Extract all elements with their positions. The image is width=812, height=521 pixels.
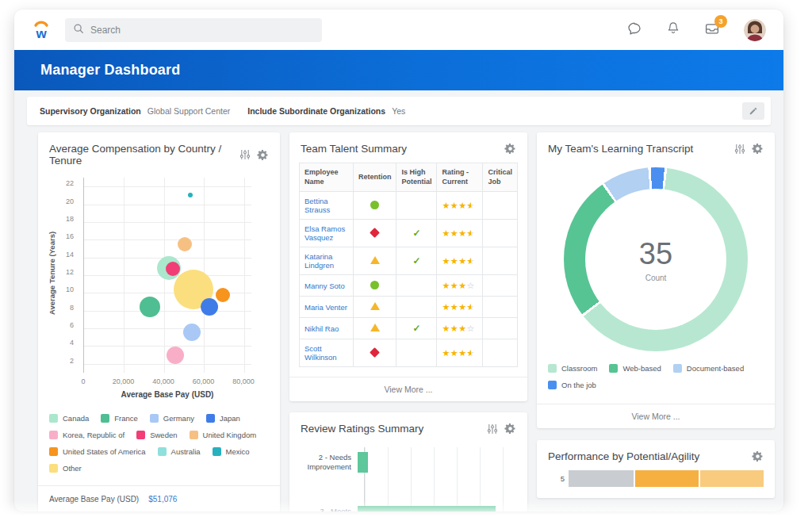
profile-avatar[interactable] bbox=[744, 19, 766, 41]
gear-icon[interactable] bbox=[752, 450, 764, 462]
legend-swatch bbox=[609, 364, 618, 373]
employee-name-link[interactable]: Maria Venter bbox=[304, 303, 347, 312]
employee-name-cell: Scott Wilkinson bbox=[300, 339, 354, 367]
critical-job-cell bbox=[483, 318, 518, 339]
inbox-tray-icon[interactable]: 3 bbox=[704, 21, 720, 40]
star-rating: ★★★★★ bbox=[442, 256, 475, 266]
chart-filter-sliders-icon[interactable] bbox=[239, 149, 251, 160]
star-full-icon: ★ bbox=[442, 281, 450, 290]
legend-swatch bbox=[101, 414, 109, 423]
gear-icon[interactable] bbox=[752, 143, 764, 155]
gear-icon[interactable] bbox=[257, 149, 269, 161]
bubble-france[interactable] bbox=[140, 297, 160, 317]
page-banner: Manager Dashboard bbox=[14, 50, 783, 90]
star-half-fill: ★ bbox=[467, 228, 471, 239]
circle-green-icon bbox=[370, 281, 379, 289]
legend-swatch bbox=[150, 414, 159, 423]
retention-cell bbox=[353, 192, 396, 220]
stat-value[interactable]: $51,076 bbox=[148, 495, 177, 504]
rating-cell: ★★★★★ bbox=[437, 297, 483, 318]
triangle-yellow-icon bbox=[370, 302, 380, 310]
legend-label: Web-based bbox=[622, 364, 661, 373]
table-row: Elsa Ramos Vasquez✓★★★★★ bbox=[300, 220, 518, 247]
star-full-icon: ★ bbox=[458, 201, 466, 210]
chat-icon[interactable] bbox=[626, 21, 642, 40]
bubble-sweden[interactable] bbox=[166, 262, 180, 276]
card-team-talent-summary: Team Talent Summary Employee NameRetenti… bbox=[289, 132, 527, 401]
h-gridline bbox=[84, 311, 251, 312]
review-bar[interactable] bbox=[358, 506, 496, 511]
star-half-fill: ★ bbox=[467, 201, 471, 211]
legend-swatch bbox=[548, 381, 557, 389]
bubble-mexico[interactable] bbox=[188, 193, 193, 197]
learning-view-more[interactable]: View More ... bbox=[537, 404, 775, 428]
employee-name-link[interactable]: Scott Wilkinson bbox=[304, 344, 337, 362]
gear-icon[interactable] bbox=[504, 423, 516, 435]
x-tick-label: 20,000 bbox=[103, 377, 143, 385]
search-input[interactable] bbox=[90, 25, 314, 36]
employee-name-cell: Maria Venter bbox=[300, 297, 354, 318]
review-bar[interactable] bbox=[358, 452, 368, 473]
star-full-icon: ★ bbox=[450, 302, 458, 312]
checkmark-icon: ✓ bbox=[412, 228, 420, 239]
filter-value-include-subordinate: Yes bbox=[392, 106, 405, 116]
y-tick-label: 8 bbox=[70, 304, 74, 312]
employee-name-cell: Katarina Lindgren bbox=[300, 247, 354, 275]
y-tick-label: 2 bbox=[70, 357, 74, 365]
critical-job-cell bbox=[483, 247, 518, 275]
star-full-icon: ★ bbox=[442, 348, 450, 358]
employee-name-link[interactable]: Katarina Lindgren bbox=[304, 252, 334, 270]
y-tick-label: 20 bbox=[66, 197, 74, 205]
star-full-icon: ★ bbox=[458, 281, 466, 290]
gear-icon[interactable] bbox=[504, 143, 516, 155]
search-icon bbox=[73, 23, 84, 37]
card-columns: Average Compensation by Country / Tenure… bbox=[27, 132, 771, 511]
legend-swatch bbox=[548, 364, 557, 373]
employee-name-link[interactable]: Bettina Strauss bbox=[304, 197, 330, 214]
star-full-icon: ★ bbox=[458, 302, 466, 312]
bubble-germany[interactable] bbox=[183, 324, 201, 341]
perf-bar-segment-1 bbox=[569, 470, 634, 487]
chart-filter-sliders-icon[interactable] bbox=[487, 423, 498, 435]
talent-card-title: Team Talent Summary bbox=[301, 143, 407, 155]
star-full-icon: ★ bbox=[458, 348, 466, 358]
svg-text:w: w bbox=[35, 26, 47, 41]
employee-name-link[interactable]: Nikhil Rao bbox=[304, 324, 339, 333]
x-tick-label: 0 bbox=[63, 377, 103, 385]
legend-item: On the job bbox=[548, 381, 596, 389]
filter-label-include-subordinate: Include Subordinate Organizations bbox=[247, 106, 385, 116]
notifications-bell-icon[interactable] bbox=[666, 21, 680, 39]
rating-cell: ★★★☆ bbox=[437, 275, 483, 297]
workday-logo-icon[interactable]: w bbox=[30, 18, 52, 42]
column-header: Rating - Current bbox=[437, 163, 483, 192]
search-box[interactable] bbox=[65, 18, 322, 42]
review-bar-row: 2 - Needs Improvement bbox=[289, 452, 527, 473]
star-rating: ★★★★★ bbox=[442, 302, 475, 312]
legend-item: Sweden bbox=[136, 431, 177, 439]
retention-cell bbox=[353, 318, 396, 339]
bubble-korea-republic-of[interactable] bbox=[167, 347, 184, 364]
employee-name-link[interactable]: Elsa Ramos Vasquez bbox=[304, 224, 345, 242]
h-gridline bbox=[84, 205, 251, 205]
bubble-japan[interactable] bbox=[201, 298, 218, 316]
star-empty-icon: ☆ bbox=[467, 324, 475, 333]
talent-view-more[interactable]: View More ... bbox=[289, 377, 527, 401]
review-ratings-chart: 2 - Needs Improvement3 - Meets Expectati… bbox=[289, 441, 527, 511]
donut-count-value: 35 bbox=[639, 237, 672, 271]
chart-filter-sliders-icon[interactable] bbox=[734, 144, 745, 155]
x-axis-label: Average Base Pay (USD) bbox=[83, 390, 251, 399]
high-potential-cell bbox=[396, 192, 437, 220]
donut-center: 35 Count bbox=[564, 167, 748, 351]
employee-name-link[interactable]: Manny Soto bbox=[304, 282, 345, 290]
legend-swatch bbox=[673, 364, 682, 373]
edit-filters-button[interactable] bbox=[742, 102, 764, 120]
rating-cell: ★★★★★ bbox=[437, 339, 483, 367]
employee-name-cell: Bettina Strauss bbox=[300, 192, 354, 220]
y-tick-label: 14 bbox=[66, 251, 74, 259]
filter-label-supervisory-organization: Supervisory Organization bbox=[40, 106, 141, 116]
bubble-united-kingdom[interactable] bbox=[178, 237, 192, 251]
legend-label: Germany bbox=[163, 414, 194, 423]
review-bar-rows: 2 - Needs Improvement3 - Meets Expectati… bbox=[289, 452, 527, 511]
legend-swatch bbox=[49, 431, 58, 439]
bubble-united-states-of-america[interactable] bbox=[216, 288, 230, 302]
